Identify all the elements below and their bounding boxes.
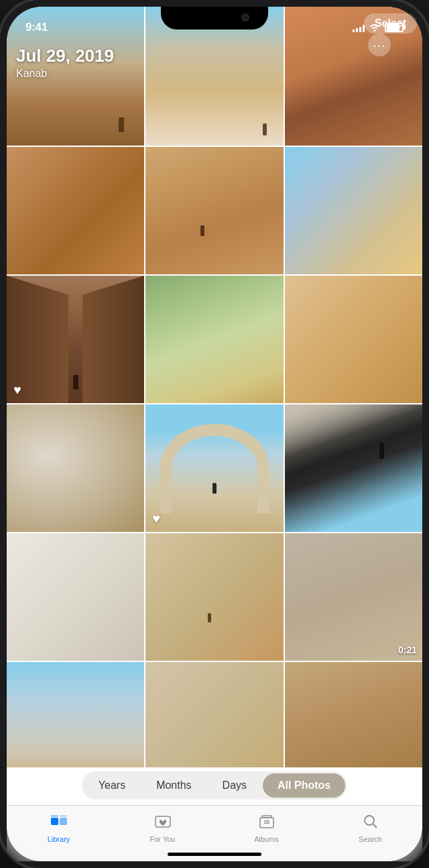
photo-cell-17[interactable] [145,662,283,767]
tab-search[interactable]: Search [318,811,422,843]
photo-date: Jul 29, 2019 [16,46,114,66]
tab-search-label: Search [359,835,382,843]
filter-all-photos[interactable]: All Photos [263,773,345,798]
photo-cell-6[interactable] [285,147,422,274]
screen: 9:41 [7,7,422,861]
heart-badge-2: ♥ [152,511,160,527]
tab-albums-label: Albums [254,835,279,843]
photo-cell-13[interactable] [7,533,144,661]
tab-library-label: Library [48,835,70,843]
wifi-icon [369,22,381,34]
photo-cell-16[interactable] [7,662,144,767]
home-indicator [168,853,261,856]
filter-years[interactable]: Years [84,773,140,798]
heart-badge-1: ♥ [13,382,21,398]
photo-cell-9[interactable] [285,276,422,403]
photo-location: Kanab [16,68,114,80]
photo-cell-5[interactable] [145,147,283,274]
albums-icon [258,814,275,832]
svg-line-10 [373,824,377,828]
status-icons [353,22,404,34]
photo-cell-8[interactable] [145,276,283,403]
phone-frame: 9:41 [0,0,429,868]
library-icon [50,814,68,832]
notch [161,7,268,30]
photo-grid: Jul 29, 2019 Kanab Select [7,7,422,767]
tab-albums[interactable]: Albums [214,811,318,843]
grid-container: Jul 29, 2019 Kanab Select [7,7,422,767]
tab-for-you-label: For You [150,835,176,843]
search-icon [363,814,379,832]
photo-cell-18[interactable] [285,662,422,767]
tab-for-you[interactable]: For You [111,811,214,843]
photo-cell-11[interactable]: ♥ [145,404,283,532]
photo-cell-12[interactable] [285,404,422,532]
filter-bar: Years Months Days All Photos [7,766,422,805]
filter-pills: Years Months Days All Photos [82,771,347,800]
photo-cell-7[interactable]: ♥ [7,276,144,403]
svg-rect-0 [51,818,58,825]
filter-months[interactable]: Months [141,773,206,798]
filter-days[interactable]: Days [208,773,261,798]
svg-rect-2 [51,815,58,817]
svg-point-9 [365,816,374,825]
svg-rect-6 [262,816,271,818]
photo-cell-10[interactable] [7,404,144,532]
photo-cell-4[interactable] [7,147,144,274]
signal-icon [353,23,365,32]
photo-cell-14[interactable] [145,533,283,661]
camera-dot [241,13,249,21]
battery-icon [385,23,404,32]
video-duration-badge: 0:21 [398,645,417,655]
for-you-icon [154,814,172,832]
svg-rect-1 [60,818,67,825]
tab-library[interactable]: Library [7,811,111,843]
svg-rect-3 [60,815,67,817]
content: 9:41 [7,7,422,861]
status-time: 9:41 [25,21,48,34]
photo-cell-15[interactable]: 0:21 [285,533,422,661]
